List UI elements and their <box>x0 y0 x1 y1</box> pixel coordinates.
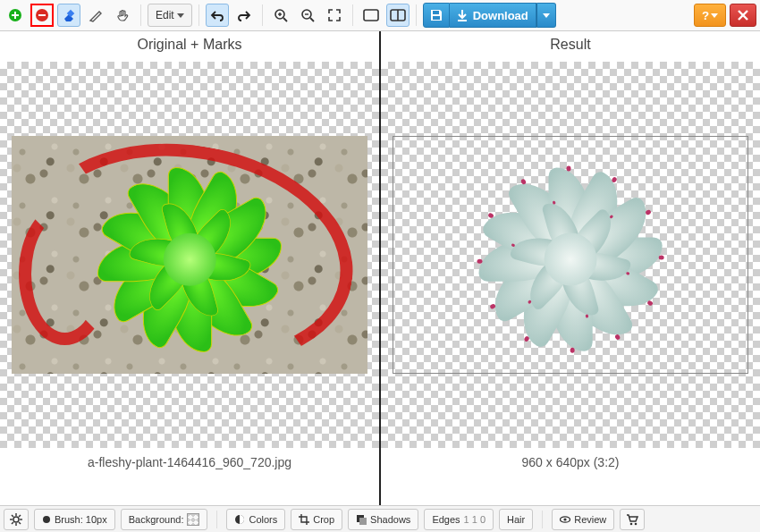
undo-icon <box>210 9 224 21</box>
settings-button[interactable] <box>4 509 29 530</box>
result-image <box>393 136 749 374</box>
save-button[interactable] <box>423 3 450 28</box>
svg-rect-4 <box>38 14 46 16</box>
fit-screen-button[interactable] <box>323 4 346 27</box>
minus-circle-icon <box>35 8 49 22</box>
svg-rect-17 <box>433 11 439 14</box>
svg-point-37 <box>635 522 638 525</box>
split-pane-icon <box>390 9 406 21</box>
result-dimensions: 960 x 640px (3:2) <box>381 448 760 505</box>
chevron-down-icon <box>177 13 184 18</box>
svg-point-35 <box>564 518 567 520</box>
svg-rect-33 <box>359 518 367 525</box>
separator <box>198 4 199 26</box>
svg-line-27 <box>19 522 21 524</box>
svg-rect-18 <box>433 16 440 20</box>
top-toolbar: Edit Download ? <box>0 0 760 31</box>
zoom-out-icon <box>300 8 315 22</box>
help-button[interactable]: ? <box>694 4 726 27</box>
cart-icon <box>626 513 638 526</box>
svg-rect-14 <box>364 10 378 21</box>
colors-button[interactable]: Colors <box>226 509 285 530</box>
edit-dropdown[interactable]: Edit <box>148 4 192 27</box>
crop-button[interactable]: Crop <box>291 509 342 530</box>
background-button[interactable]: Background: <box>121 509 208 530</box>
original-image <box>12 136 368 374</box>
view-split-button[interactable] <box>386 4 410 27</box>
close-button[interactable] <box>730 4 756 27</box>
svg-point-21 <box>13 517 19 522</box>
contrast-icon <box>234 514 245 525</box>
pane-title-left: Original + Marks <box>0 31 379 62</box>
separator <box>262 4 263 26</box>
separator <box>416 4 417 26</box>
fit-icon <box>327 8 342 22</box>
save-icon <box>429 8 443 22</box>
close-icon <box>737 9 749 21</box>
original-canvas[interactable] <box>0 62 379 448</box>
pane-title-right: Result <box>381 31 760 62</box>
background-label: Background: <box>129 514 184 525</box>
brush-label: Brush: 10px <box>55 514 107 525</box>
download-arrow-icon <box>457 9 468 21</box>
remove-mark-tool[interactable] <box>30 4 54 27</box>
edit-label: Edit <box>156 9 174 21</box>
eraser-icon <box>62 8 76 22</box>
result-subject <box>460 149 680 369</box>
hair-button[interactable]: Hair <box>499 509 533 530</box>
separator <box>352 4 353 26</box>
scalpel-icon <box>89 8 103 22</box>
redo-button[interactable] <box>232 4 256 27</box>
hand-icon <box>115 8 130 22</box>
original-filename: a-fleshy-plant-1464416_960_720.jpg <box>0 448 379 505</box>
chevron-down-icon <box>543 13 550 18</box>
download-group: Download <box>423 3 556 28</box>
eye-icon <box>560 514 570 525</box>
shadows-button[interactable]: Shadows <box>348 509 418 530</box>
brush-size-button[interactable]: Brush: 10px <box>34 509 115 530</box>
dot-icon <box>42 515 51 524</box>
svg-rect-2 <box>14 12 16 19</box>
download-button[interactable]: Download <box>450 3 536 28</box>
review-button[interactable]: Review <box>552 509 614 530</box>
pan-tool[interactable] <box>111 4 134 27</box>
download-label: Download <box>473 9 528 22</box>
plus-circle-icon <box>8 8 22 22</box>
bottom-toolbar: Brush: 10px Background: Colors Crop Shad… <box>0 505 760 532</box>
view-single-button[interactable] <box>359 4 383 27</box>
undo-button[interactable] <box>206 4 229 27</box>
zoom-in-button[interactable] <box>269 4 292 27</box>
main-area: Original + Marks <box>0 31 760 505</box>
colors-label: Colors <box>249 514 277 525</box>
separator <box>216 511 217 528</box>
redo-icon <box>237 9 251 21</box>
crop-label: Crop <box>313 514 334 525</box>
shadows-label: Shadows <box>370 514 410 525</box>
add-mark-tool[interactable] <box>4 4 27 27</box>
svg-line-29 <box>12 522 13 524</box>
zoom-out-button[interactable] <box>296 4 319 27</box>
separator <box>140 4 141 26</box>
svg-line-26 <box>12 515 13 517</box>
eraser-tool[interactable] <box>57 4 80 27</box>
single-pane-icon <box>363 9 379 21</box>
svg-line-8 <box>283 18 287 21</box>
edges-button[interactable]: Edges 1 1 0 <box>424 509 494 530</box>
foreground-mark <box>79 149 300 370</box>
scalpel-tool[interactable] <box>84 4 107 27</box>
crop-icon <box>299 514 309 525</box>
download-options-button[interactable] <box>536 3 556 28</box>
original-pane: Original + Marks <box>0 31 379 505</box>
result-canvas[interactable] <box>381 62 760 448</box>
transparent-swatch-icon <box>187 513 199 526</box>
edges-label: Edges <box>432 514 460 525</box>
cart-button[interactable] <box>620 509 645 530</box>
svg-point-36 <box>630 522 633 525</box>
svg-line-28 <box>19 515 21 517</box>
edges-values: 1 1 0 <box>464 514 486 525</box>
chevron-down-icon <box>711 13 718 18</box>
review-label: Review <box>574 514 606 525</box>
zoom-in-icon <box>274 8 288 22</box>
hair-label: Hair <box>507 514 525 525</box>
svg-point-30 <box>43 516 50 523</box>
